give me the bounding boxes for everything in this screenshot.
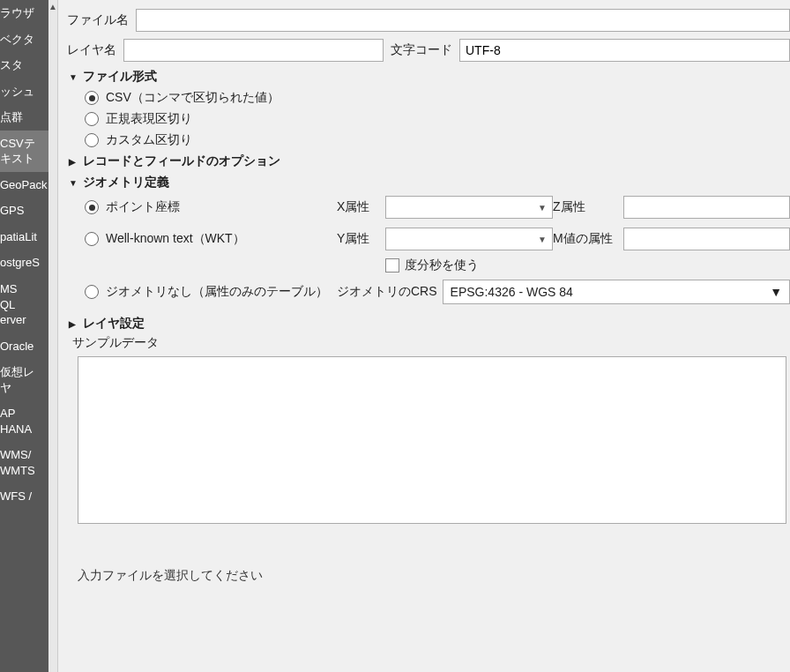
sidebar-item-geopackage[interactable]: GeoPack <box>0 172 48 198</box>
radio-icon <box>85 112 99 126</box>
sample-data-area <box>78 356 786 524</box>
sidebar-item-postgres[interactable]: ostgreS <box>0 250 48 276</box>
triangle-right-icon: ▶ <box>69 319 79 329</box>
crs-combo[interactable]: EPSG:4326 - WGS 84 ▼ <box>443 280 790 304</box>
triangle-down-icon: ▼ <box>69 178 79 188</box>
dms-label: 度分秒を使う <box>405 258 479 273</box>
radio-icon <box>85 133 99 147</box>
layer-name-label: レイヤ名 <box>67 42 116 58</box>
main-panel: ファイル名 レイヤ名 文字コード ▼ ファイル形式 CSV（コンマで区切られた値… <box>58 0 790 672</box>
m-attr-combo[interactable] <box>623 228 790 250</box>
sidebar-item-pointcloud[interactable]: 点群 <box>0 104 48 131</box>
sidebar-item-gps[interactable]: GPS <box>0 198 48 224</box>
sidebar-item-raster[interactable]: スタ <box>0 52 48 78</box>
sample-data-label: サンプルデータ <box>72 335 790 351</box>
encoding-label: 文字コード <box>391 42 452 58</box>
file-name-label: ファイル名 <box>67 12 129 28</box>
sidebar-item-virtual[interactable]: 仮想レ ヤ <box>0 359 48 400</box>
radio-icon <box>85 91 99 105</box>
scroll-up-icon[interactable]: ▲ <box>48 2 57 11</box>
sidebar-item-spatialite[interactable]: patiaLit <box>0 224 48 250</box>
radio-icon <box>85 200 99 214</box>
radio-point[interactable]: ポイント座標 <box>85 199 337 215</box>
m-attr-label: M値の属性 <box>553 231 623 247</box>
status-message: 入力ファイルを選択してください <box>78 568 790 584</box>
section-layer-settings[interactable]: ▶ レイヤ設定 <box>69 316 790 332</box>
radio-regex[interactable]: 正規表現区切り <box>85 111 790 127</box>
sidebar-item-mssql[interactable]: MS QL erver <box>0 276 48 333</box>
sidebar-item-browser[interactable]: ラウザ <box>0 0 48 26</box>
sidebar-scrollbar[interactable]: ▲ <box>48 0 57 672</box>
radio-custom[interactable]: カスタム区切り <box>85 132 790 148</box>
radio-icon <box>85 285 99 299</box>
y-attr-label: Y属性 <box>337 231 385 247</box>
radio-csv[interactable]: CSV（コンマで区切られた値） <box>85 90 790 106</box>
caret-down-icon: ▼ <box>538 203 547 213</box>
sidebar-item-wfs[interactable]: WFS / <box>0 483 48 510</box>
sidebar-item-oracle[interactable]: Oracle <box>0 333 48 360</box>
caret-down-icon: ▼ <box>770 285 782 299</box>
radio-wkt[interactable]: Well-known text（WKT） <box>85 231 337 247</box>
y-attr-combo[interactable]: ▼ <box>385 228 553 250</box>
x-attr-label: X属性 <box>337 199 385 215</box>
sidebar-item-vector[interactable]: ベクタ <box>0 26 48 53</box>
radio-nogeom[interactable]: ジオメトリなし（属性のみのテーブル） <box>85 284 337 300</box>
file-name-input[interactable] <box>136 9 790 32</box>
section-file-format[interactable]: ▼ ファイル形式 <box>69 69 790 85</box>
section-geometry[interactable]: ▼ ジオメトリ定義 <box>69 175 790 190</box>
crs-label: ジオメトリのCRS <box>337 284 437 300</box>
sidebar-item-csv[interactable]: CSVテ キスト <box>0 131 48 172</box>
z-attr-combo[interactable] <box>623 196 790 219</box>
triangle-right-icon: ▶ <box>69 157 79 167</box>
dms-checkbox[interactable] <box>385 258 399 273</box>
sidebar-item-mesh[interactable]: ッシュ <box>0 78 48 105</box>
x-attr-combo[interactable]: ▼ <box>385 196 553 219</box>
section-record-fields[interactable]: ▶ レコードとフィールドのオプション <box>69 153 790 169</box>
sidebar-item-saphana[interactable]: AP HANA <box>0 400 48 442</box>
radio-icon <box>85 232 99 246</box>
encoding-combo[interactable] <box>459 39 790 62</box>
sidebar: ラウザ ベクタ スタ ッシュ 点群 CSVテ キスト GeoPack GPS p… <box>0 0 48 672</box>
triangle-down-icon: ▼ <box>69 72 79 82</box>
caret-down-icon: ▼ <box>538 235 547 244</box>
sidebar-item-wms[interactable]: WMS/ WMTS <box>0 442 48 483</box>
layer-name-input[interactable] <box>123 39 384 62</box>
z-attr-label: Z属性 <box>553 199 623 215</box>
